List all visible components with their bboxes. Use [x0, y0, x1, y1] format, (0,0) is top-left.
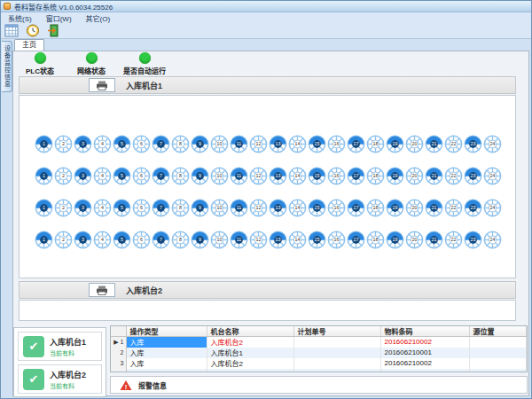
menu-window[interactable]: 窗口(W): [46, 13, 72, 23]
roll-slot-icon: 18: [366, 199, 385, 217]
cell-source-loc[interactable]: [469, 358, 527, 369]
row-selector-cell[interactable]: 3: [111, 358, 126, 369]
svg-text:6: 6: [140, 173, 143, 178]
column-header-3[interactable]: 物料条码: [380, 326, 469, 337]
cell-plan-no[interactable]: [293, 337, 380, 348]
side-panel-tab[interactable]: 设备监控信息: [2, 41, 12, 92]
svg-text:9: 9: [199, 141, 201, 146]
roll-slot-2-23: 23: [464, 167, 482, 185]
roll-slot-3-14: 14: [288, 199, 307, 217]
machine-card-status: 当前有料: [50, 381, 86, 390]
cell-machine-name[interactable]: [207, 369, 293, 373]
cell-barcode[interactable]: 201606210002: [380, 358, 469, 369]
roll-slot-icon: 9: [191, 167, 209, 185]
roll-slot-icon: 9: [191, 135, 209, 153]
roll-slot-icon: 14: [288, 231, 307, 249]
roll-slot-icon: 17: [347, 135, 365, 153]
cell-machine-name[interactable]: 入库机台1: [207, 348, 293, 358]
svg-text:9: 9: [199, 173, 201, 178]
cell-barcode[interactable]: [380, 369, 469, 373]
svg-text:16: 16: [334, 173, 340, 178]
cell-op-type[interactable]: [126, 369, 207, 373]
roll-slot-icon: 24: [483, 167, 502, 185]
roll-slot-icon: 11: [230, 135, 248, 153]
cell-plan-no[interactable]: [293, 369, 380, 373]
table-row-2[interactable]: 2入库入库机台1201606210001: [111, 348, 527, 358]
cell-machine-name[interactable]: 入库机台2: [207, 358, 293, 369]
station2-roll-panel: [19, 300, 516, 321]
cell-plan-no[interactable]: [293, 348, 380, 358]
cell-plan-no[interactable]: [293, 358, 380, 369]
roll-slot-3-7: 7: [152, 199, 170, 217]
cell-op-type[interactable]: 入库: [126, 337, 207, 348]
roll-slot-1-3: 3: [74, 135, 92, 153]
roll-slot-icon: 13: [269, 199, 287, 217]
table-row-3[interactable]: 3入库入库机台2201606210002: [111, 358, 527, 369]
roll-slot-icon: 14: [288, 199, 307, 217]
roll-slot-4-2: 2: [54, 231, 73, 249]
print-button-station1[interactable]: [89, 78, 115, 92]
roll-slot-icon: 15: [308, 167, 326, 185]
cell-source-loc[interactable]: [469, 369, 527, 373]
cell-source-loc[interactable]: [469, 348, 527, 358]
status-label: 是否自动运行: [123, 66, 166, 75]
task-table: 操作类型机台名称计划单号物料条码源位置 ▶ 1入库入库机台22016062100…: [111, 326, 527, 372]
title-bar: 卷料暂存系统 V1.0.6034.25526: [1, 1, 531, 12]
svg-text:18: 18: [373, 205, 379, 210]
print-button-station2[interactable]: [89, 283, 115, 297]
svg-text:3: 3: [82, 205, 84, 210]
svg-text:21: 21: [432, 141, 437, 146]
roll-slot-icon: 2: [54, 135, 73, 153]
roll-row-2: 1 2 3 4 5 6 7: [35, 167, 515, 185]
machine-card-1[interactable]: ✔ 入库机台1 当前有料: [18, 332, 102, 361]
roll-slot-icon: 15: [308, 199, 326, 217]
roll-slot-4-12: 12: [249, 231, 268, 249]
svg-text:2: 2: [62, 173, 65, 178]
menu-system[interactable]: 系统(S): [8, 13, 32, 23]
row-selector-cell[interactable]: 4: [111, 369, 126, 373]
cell-op-type[interactable]: 入库: [126, 358, 207, 369]
column-header-2[interactable]: 计划单号: [293, 326, 380, 337]
roll-slot-1-2: 2: [54, 135, 73, 153]
roll-slot-3-17: 17: [347, 199, 365, 217]
row-selector-cell[interactable]: 2: [111, 348, 126, 358]
roll-slot-icon: 8: [171, 135, 190, 153]
clock-button[interactable]: [25, 24, 41, 38]
clock-icon: [26, 24, 40, 37]
machine-card-2[interactable]: ✔ 入库机台2 当前有料: [18, 364, 102, 394]
cell-source-loc[interactable]: [469, 337, 527, 348]
cell-barcode[interactable]: 201606210002: [380, 337, 469, 348]
calendar-button[interactable]: [4, 24, 20, 38]
roll-slot-icon: 3: [74, 135, 92, 153]
roll-slot-icon: 7: [152, 135, 170, 153]
row-selector-cell[interactable]: ▶ 1: [111, 337, 126, 348]
tab-home[interactable]: 主页: [14, 39, 44, 51]
roll-slot-icon: 19: [386, 231, 404, 249]
roll-slot-icon: 6: [132, 199, 151, 217]
status-dot: [139, 52, 151, 64]
column-header-1[interactable]: 机台名称: [207, 326, 293, 337]
roll-slot-icon: 13: [269, 167, 287, 185]
svg-text:7: 7: [160, 141, 162, 146]
svg-text:2: 2: [62, 205, 65, 210]
roll-slot-icon: 11: [230, 167, 248, 185]
roll-slot-icon: 14: [288, 135, 307, 153]
table-row-1[interactable]: ▶ 1入库入库机台2201606210002: [111, 337, 527, 348]
table-row-4[interactable]: 4: [111, 369, 527, 373]
svg-text:24: 24: [490, 173, 496, 178]
calendar-icon: [4, 24, 19, 37]
exit-button[interactable]: [46, 24, 62, 38]
svg-text:4: 4: [101, 237, 104, 242]
menu-other[interactable]: 其它(O): [86, 13, 111, 23]
roll-slot-icon: 5: [113, 167, 131, 185]
alarm-bar[interactable]: ! 报警信息: [110, 376, 528, 394]
cell-barcode[interactable]: 201606210001: [380, 348, 469, 358]
roll-slot-3-15: 15: [308, 199, 326, 217]
cell-op-type[interactable]: 入库: [126, 348, 207, 358]
svg-text:15: 15: [315, 173, 320, 178]
roll-slot-icon: 1: [35, 199, 53, 217]
column-header-0[interactable]: 操作类型: [126, 326, 207, 337]
cell-machine-name[interactable]: 入库机台2: [207, 337, 293, 348]
machine-card-title: 入库机台2: [50, 369, 86, 380]
column-header-4[interactable]: 源位置: [469, 326, 527, 337]
